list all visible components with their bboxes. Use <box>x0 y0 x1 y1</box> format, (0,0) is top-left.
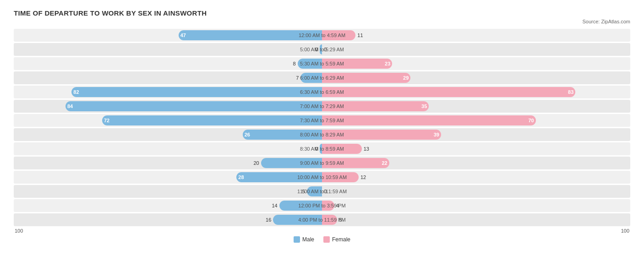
bar-female: 22 <box>322 158 389 168</box>
bar-male: 14 <box>279 201 322 211</box>
female-value-inside: 23 <box>385 61 390 66</box>
female-value-inside: 29 <box>403 75 409 81</box>
bar-female: 70 <box>322 115 536 125</box>
male-value-outside: 5 <box>302 189 305 194</box>
male-value-inside: 72 <box>104 118 109 123</box>
female-value-inside: 83 <box>568 89 573 95</box>
male-value-inside: 84 <box>67 103 73 109</box>
female-value-inside: 35 <box>421 103 427 109</box>
bar-male: 16 <box>273 215 322 225</box>
chart-row: 471112:00 AM to 4:59 AM <box>14 29 630 42</box>
chart-row: 1654:00 PM to 11:59 PM <box>14 213 630 226</box>
bar-male: 72 <box>102 115 322 125</box>
bar-female: 83 <box>322 87 575 97</box>
bar-male: 20 <box>261 158 322 168</box>
female-value-inside: 22 <box>382 160 387 166</box>
male-value-zero: 0 <box>315 146 318 152</box>
chart-row: 5011:00 AM to 11:59 AM <box>14 185 630 198</box>
chart-row: 005:00 AM to 5:29 AM <box>14 43 630 56</box>
male-value-outside: 14 <box>272 203 277 208</box>
bar-male: 82 <box>71 87 322 97</box>
male-value-outside: 7 <box>296 75 299 81</box>
chart-row: 26398:00 AM to 8:29 AM <box>14 128 630 141</box>
female-value-zero: 0 <box>324 189 327 194</box>
female-value-outside: 4 <box>336 203 339 208</box>
chart-row: 7296:00 AM to 6:29 AM <box>14 71 630 84</box>
bar-male: 5 <box>307 186 322 196</box>
female-value-zero: 0 <box>324 47 327 52</box>
female-value-outside: 13 <box>364 146 369 152</box>
time-range-label: 5:00 AM to 5:29 AM <box>300 47 344 52</box>
bar-male: 84 <box>65 101 322 111</box>
bar-female: 35 <box>322 101 429 111</box>
male-value-zero: 0 <box>315 47 318 52</box>
chart-title: TIME OF DEPARTURE TO WORK BY SEX IN AINS… <box>14 9 630 17</box>
chart-row: 0138:30 AM to 8:59 AM <box>14 142 630 155</box>
legend-female: Female <box>323 236 350 243</box>
bar-male: 47 <box>179 30 322 40</box>
chart-row: 82836:30 AM to 6:59 AM <box>14 86 630 98</box>
bar-female: 12 <box>322 172 359 182</box>
bar-female: 4 <box>322 201 334 211</box>
axis-left: 100 <box>15 228 23 234</box>
male-value-inside: 47 <box>180 33 186 38</box>
male-value-inside: 28 <box>238 174 244 180</box>
legend-male: Male <box>294 236 314 243</box>
female-value-inside: 39 <box>434 132 439 137</box>
bar-male: 7 <box>300 73 322 83</box>
male-value-inside: 82 <box>73 89 79 95</box>
chart-row: 14412:00 PM to 3:59 PM <box>14 199 630 212</box>
female-value-outside: 5 <box>339 217 342 223</box>
chart-area: 471112:00 AM to 4:59 AM005:00 AM to 5:29… <box>14 29 630 226</box>
bar-female: 13 <box>322 144 362 154</box>
legend-female-box <box>323 236 330 243</box>
bar-female: 39 <box>322 130 441 140</box>
axis-row: 100 100 <box>14 228 630 234</box>
bar-male: 28 <box>236 172 322 182</box>
bar-male: 0 <box>320 44 322 54</box>
male-value-outside: 8 <box>293 61 296 66</box>
chart-row: 281210:00 AM to 10:59 AM <box>14 171 630 184</box>
bar-female: 5 <box>322 215 337 225</box>
female-value-outside: 11 <box>357 33 363 38</box>
male-value-outside: 20 <box>253 160 259 166</box>
bar-female: 11 <box>322 30 355 40</box>
legend-female-label: Female <box>332 236 350 243</box>
source-label: Source: ZipAtlas.com <box>14 19 630 24</box>
bar-female: 23 <box>322 59 392 69</box>
male-value-outside: 16 <box>266 217 271 223</box>
legend-male-box <box>294 236 300 243</box>
axis-right: 100 <box>621 228 629 234</box>
chart-row: 8235:30 AM to 5:59 AM <box>14 57 630 70</box>
legend: Male Female <box>14 236 630 243</box>
chart-row: 72707:30 AM to 7:59 AM <box>14 114 630 127</box>
bar-female: 29 <box>322 73 410 83</box>
bar-male: 26 <box>243 130 322 140</box>
female-value-inside: 70 <box>528 118 534 123</box>
female-value-outside: 12 <box>360 174 366 180</box>
chart-row: 84357:00 AM to 7:29 AM <box>14 100 630 113</box>
bar-male: 8 <box>298 59 322 69</box>
chart-row: 20229:00 AM to 9:59 AM <box>14 157 630 169</box>
male-value-inside: 26 <box>245 132 250 137</box>
legend-male-label: Male <box>302 236 314 243</box>
